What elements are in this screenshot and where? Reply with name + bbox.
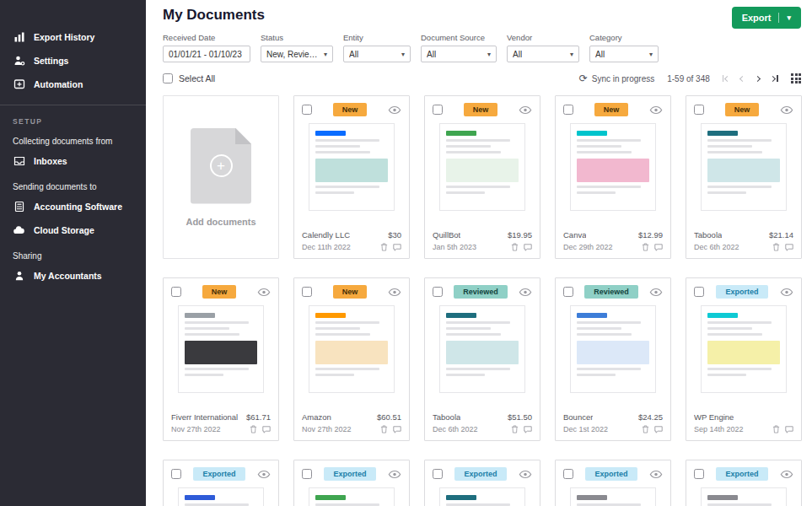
entity-select[interactable]: All ▾ [343, 46, 411, 62]
document-card[interactable]: New Taboola $21.14 Dec 6th 2022 [686, 95, 802, 259]
document-checkbox[interactable] [563, 105, 573, 115]
sidebar-item-automation[interactable]: Automation [0, 73, 146, 96]
document-source-select[interactable]: All ▾ [421, 46, 497, 62]
document-thumbnail[interactable] [701, 305, 787, 393]
sidebar-item-my-accountants[interactable]: My Accountants [0, 264, 146, 288]
sidebar-item-cloud-storage[interactable]: Cloud Storage [0, 218, 146, 242]
comment-icon[interactable] [262, 426, 271, 433]
sidebar-item-label: Cloud Storage [34, 225, 94, 235]
vendor-select[interactable]: All ▾ [507, 46, 579, 62]
delete-icon[interactable] [772, 243, 780, 251]
eye-preview-icon[interactable] [257, 470, 271, 479]
document-checkbox[interactable] [302, 469, 312, 479]
eye-preview-icon[interactable] [649, 288, 663, 297]
eye-preview-icon[interactable] [519, 288, 532, 297]
document-card[interactable]: Exported [163, 460, 279, 506]
document-thumbnail[interactable] [701, 487, 787, 506]
eye-preview-icon[interactable] [388, 288, 401, 297]
status-badge: New [333, 285, 368, 299]
received-date-input[interactable] [163, 46, 250, 62]
eye-preview-icon[interactable] [388, 105, 401, 115]
document-checkbox[interactable] [563, 469, 573, 479]
comment-icon[interactable] [393, 426, 401, 433]
document-checkbox[interactable] [694, 287, 704, 297]
document-thumbnail[interactable] [309, 305, 395, 393]
delete-icon[interactable] [250, 425, 257, 433]
select-all-checkbox[interactable] [163, 73, 173, 83]
sidebar-item-inboxes[interactable]: Inboxes [0, 149, 146, 173]
comment-icon[interactable] [524, 244, 532, 251]
last-page-button[interactable] [771, 75, 778, 82]
grid-view-icon[interactable] [791, 73, 801, 83]
sidebar-item-settings[interactable]: Settings [0, 49, 146, 73]
select-all[interactable]: Select All [163, 73, 215, 83]
document-card[interactable]: Exported WP Engine Sep 14th 2022 [686, 277, 802, 441]
comment-icon[interactable] [524, 426, 532, 433]
comment-icon[interactable] [654, 426, 663, 433]
eye-preview-icon[interactable] [649, 105, 663, 115]
document-card[interactable]: New Canva $12.99 Dec 29th 2022 [555, 95, 671, 259]
document-checkbox[interactable] [302, 287, 312, 297]
category-select[interactable]: All ▾ [589, 46, 659, 62]
eye-preview-icon[interactable] [780, 105, 793, 115]
sidebar-item-accounting-software[interactable]: Accounting Software [0, 195, 146, 218]
document-thumbnail[interactable] [439, 305, 525, 393]
document-thumbnail[interactable] [701, 123, 787, 211]
document-thumbnail[interactable] [570, 123, 656, 211]
document-card[interactable]: Exported [293, 460, 410, 506]
eye-preview-icon[interactable] [780, 470, 793, 479]
add-documents-card[interactable]: + Add documents [163, 95, 279, 259]
document-checkbox[interactable] [302, 105, 312, 115]
eye-preview-icon[interactable] [519, 105, 532, 115]
delete-icon[interactable] [380, 425, 388, 433]
status-select[interactable]: New, Reviewed... ▾ [261, 46, 333, 62]
document-card[interactable]: New Calendly LLC $30 Dec 11th 2022 [293, 95, 410, 259]
eye-preview-icon[interactable] [519, 470, 532, 479]
eye-preview-icon[interactable] [780, 288, 793, 297]
document-checkbox[interactable] [171, 469, 181, 479]
document-thumbnail[interactable] [178, 305, 264, 393]
document-card[interactable]: Reviewed Taboola $51.50 Dec 6th 2022 [424, 277, 540, 441]
delete-icon[interactable] [511, 425, 519, 433]
document-thumbnail[interactable] [570, 305, 656, 393]
document-thumbnail[interactable] [439, 123, 525, 211]
document-checkbox[interactable] [694, 469, 704, 479]
document-card[interactable]: New QuillBot $19.95 Jan 5th 2023 [424, 95, 540, 259]
eye-preview-icon[interactable] [257, 288, 271, 297]
document-checkbox[interactable] [433, 105, 443, 115]
delete-icon[interactable] [772, 425, 780, 433]
document-checkbox[interactable] [433, 287, 443, 297]
delete-icon[interactable] [380, 243, 388, 251]
delete-icon[interactable] [642, 425, 649, 433]
eye-preview-icon[interactable] [388, 470, 401, 479]
document-card[interactable]: New Amazon $60.51 Nov 27th 2022 [293, 277, 410, 441]
document-thumbnail[interactable] [309, 123, 395, 211]
thumbnail-logo [446, 131, 476, 136]
sidebar-item-export-history[interactable]: Export History [0, 25, 146, 49]
export-button[interactable]: Export ▾ [732, 7, 801, 29]
thumbnail-content-block [707, 341, 780, 364]
comment-icon[interactable] [654, 244, 663, 251]
document-checkbox[interactable] [171, 287, 181, 297]
document-card[interactable]: Reviewed Bouncer $24.25 Dec 1st 2022 [555, 277, 671, 441]
eye-preview-icon[interactable] [649, 470, 663, 479]
document-checkbox[interactable] [694, 105, 704, 115]
document-thumbnail[interactable] [439, 487, 525, 506]
document-card[interactable]: Exported [555, 460, 671, 506]
prev-page-button[interactable] [740, 77, 745, 81]
document-card[interactable]: Exported [424, 460, 540, 506]
comment-icon[interactable] [393, 244, 401, 251]
next-page-button[interactable] [756, 77, 760, 81]
document-thumbnail[interactable] [309, 487, 395, 506]
comment-icon[interactable] [785, 426, 793, 433]
document-card[interactable]: Exported [686, 460, 802, 506]
first-page-button[interactable] [723, 75, 730, 82]
delete-icon[interactable] [511, 243, 519, 251]
document-checkbox[interactable] [433, 469, 443, 479]
document-thumbnail[interactable] [178, 487, 264, 506]
document-card[interactable]: New Fiverr International $61.71 Nov 27th… [163, 277, 279, 441]
delete-icon[interactable] [642, 243, 649, 251]
document-thumbnail[interactable] [570, 487, 656, 506]
document-checkbox[interactable] [563, 287, 573, 297]
comment-icon[interactable] [785, 244, 793, 251]
